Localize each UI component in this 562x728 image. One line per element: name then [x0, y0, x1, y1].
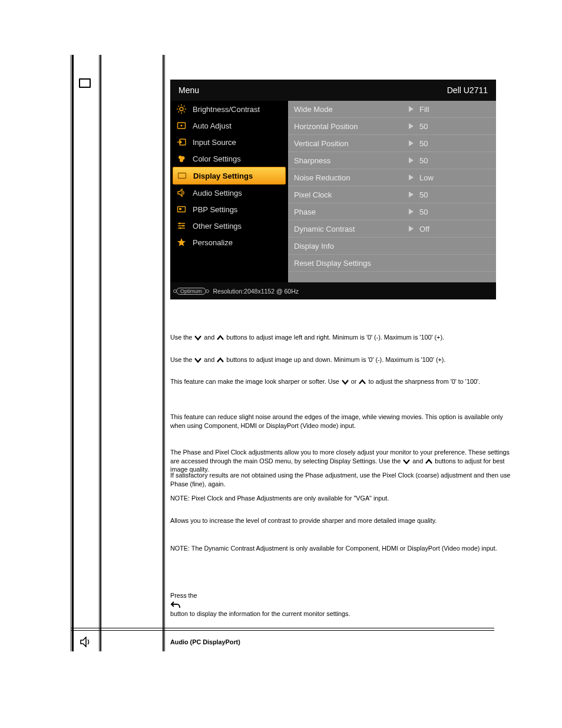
svg-point-10: [180, 124, 182, 126]
chevron-down-icon: [341, 378, 349, 386]
osd-right-column: Wide ModeFillHorizontal Position50Vertic…: [288, 101, 496, 282]
triangle-right-icon: [409, 123, 414, 129]
osd-setting-value: 50: [419, 122, 490, 131]
display-icon: [79, 78, 91, 88]
osd-menu-item-label: Personalize: [193, 238, 233, 247]
svg-line-5: [178, 106, 180, 107]
doc-note: NOTE: The Dynamic Contrast Adjustment is…: [170, 544, 515, 553]
osd-menu-item-label: Input Source: [193, 138, 236, 147]
personalize-icon: [176, 237, 187, 248]
audio-icon: [176, 187, 187, 198]
other-icon: [176, 220, 187, 231]
osd-setting-row[interactable]: Dynamic ContrastOff: [288, 220, 496, 238]
osd-menu-item[interactable]: Color Settings: [170, 150, 288, 167]
osd-setting-row[interactable]: Pixel Clock50: [288, 186, 496, 203]
osd-setting-row[interactable]: Noise ReductionLow: [288, 169, 496, 186]
svg-point-21: [179, 223, 181, 225]
osd-menu: Menu Dell U2711 Brightness/ContrastAuto …: [170, 80, 496, 299]
column-rule: [163, 55, 164, 651]
osd-setting-row[interactable]: Wide ModeFill: [288, 101, 496, 118]
triangle-right-icon: [409, 226, 414, 232]
osd-model: Dell U2711: [447, 85, 488, 95]
osd-setting-row[interactable]: Phase50: [288, 203, 496, 220]
chevron-up-icon: [358, 378, 366, 386]
chevron-up-icon: [425, 458, 433, 465]
column-rule: [100, 55, 101, 651]
osd-menu-item-label: PBP Settings: [193, 205, 237, 214]
osd-setting-row[interactable]: Vertical Position50: [288, 135, 496, 152]
triangle-right-icon: [409, 140, 414, 146]
chevron-up-icon: [216, 334, 224, 341]
osd-setting-label: Noise Reduction: [294, 173, 409, 182]
osd-setting-row[interactable]: Horizontal Position50: [288, 118, 496, 135]
osd-menu-item[interactable]: PBP Settings: [170, 201, 288, 218]
brightness-icon: [176, 104, 187, 114]
svg-line-7: [178, 111, 180, 113]
column-rule: [164, 55, 165, 651]
osd-menu-item[interactable]: Display Settings: [173, 167, 286, 185]
back-icon: [170, 600, 515, 610]
osd-menu-item[interactable]: Audio Settings: [170, 185, 288, 201]
osd-setting-value: Low: [419, 173, 490, 182]
row-heading: Audio (PC DisplayPort): [170, 638, 515, 647]
osd-header: Menu Dell U2711: [170, 80, 496, 101]
svg-rect-15: [178, 173, 186, 179]
osd-setting-label: Phase: [294, 207, 409, 216]
osd-setting-value: Off: [419, 225, 490, 233]
timing-badge: Optimum: [176, 288, 206, 295]
osd-setting-value: 50: [419, 190, 490, 199]
osd-menu-item-label: Display Settings: [193, 172, 253, 180]
svg-point-22: [183, 225, 184, 227]
svg-point-23: [180, 228, 181, 229]
osd-setting-row[interactable]: Display Info: [288, 238, 496, 255]
column-rule: [71, 55, 71, 651]
osd-setting-label: Wide Mode: [294, 105, 409, 114]
section-divider: [71, 628, 494, 631]
chevron-up-icon: [216, 357, 224, 364]
osd-menu-item-label: Brightness/Contrast: [193, 105, 260, 114]
display-icon: [177, 170, 187, 181]
osd-menu-item[interactable]: Other Settings: [170, 218, 288, 234]
doc-note: NOTE: Pixel Clock and Phase Adjustments …: [170, 494, 515, 503]
osd-setting-label: Sharpness: [294, 156, 409, 165]
input-icon: [176, 137, 187, 147]
triangle-right-icon: [409, 192, 414, 197]
osd-menu-item[interactable]: Personalize: [170, 234, 288, 251]
osd-menu-item[interactable]: Brightness/Contrast: [170, 101, 288, 117]
resolution-text: Resolution:2048x1152 @ 60Hz: [213, 288, 299, 295]
doc-paragraph: This feature can make the image look sha…: [170, 377, 515, 386]
doc-paragraph: This feature can reduce slight noise aro…: [170, 413, 515, 430]
triangle-right-icon: [409, 209, 414, 215]
osd-setting-label: Pixel Clock: [294, 190, 409, 199]
osd-menu-item[interactable]: Input Source: [170, 134, 288, 150]
osd-menu-item-label: Auto Adjust: [193, 121, 232, 130]
osd-menu-item[interactable]: Auto Adjust: [170, 117, 288, 134]
osd-setting-value: 50: [419, 139, 490, 148]
svg-point-0: [180, 107, 183, 111]
osd-setting-value: 50: [419, 156, 490, 165]
osd-setting-row[interactable]: Sharpness50: [288, 152, 496, 169]
speaker-icon: [79, 637, 92, 646]
osd-title: Menu: [178, 85, 199, 95]
svg-rect-17: [179, 208, 181, 210]
svg-line-6: [184, 111, 185, 113]
column-rule: [99, 55, 100, 651]
chevron-down-icon: [194, 357, 202, 364]
color-icon: [176, 153, 187, 164]
doc-paragraph: If satisfactory results are not obtained…: [170, 471, 515, 488]
column-rule: [72, 55, 74, 651]
osd-menu-item-label: Audio Settings: [193, 189, 242, 197]
chevron-down-icon: [402, 458, 411, 465]
osd-setting-label: Display Info: [294, 242, 490, 251]
doc-paragraph: Allows you to increase the level of cont…: [170, 516, 515, 525]
triangle-right-icon: [409, 157, 414, 163]
osd-setting-label: Reset Display Settings: [294, 259, 490, 268]
osd-setting-label: Dynamic Contrast: [294, 225, 409, 233]
pbp-icon: [176, 204, 187, 215]
svg-point-14: [180, 159, 183, 162]
osd-setting-label: Vertical Position: [294, 139, 409, 148]
osd-setting-label: Horizontal Position: [294, 122, 409, 131]
doc-paragraph: The Phase and Pixel Clock adjustments al…: [170, 448, 515, 474]
osd-setting-row[interactable]: Reset Display Settings: [288, 255, 496, 272]
doc-paragraph: Press the button to display the informat…: [170, 591, 515, 618]
